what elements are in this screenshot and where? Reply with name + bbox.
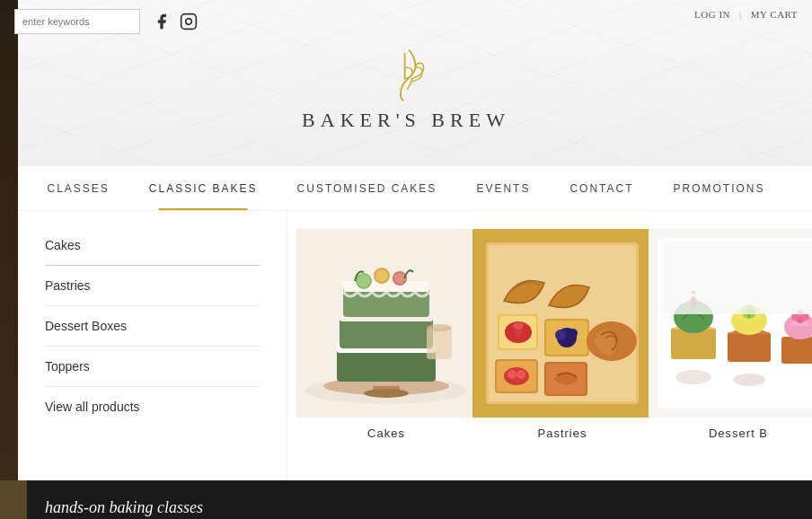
- product-card-pastries[interactable]: Pastries: [481, 229, 643, 462]
- product-image-dessert: [649, 229, 812, 418]
- nav-item-events[interactable]: EVENTS: [456, 166, 550, 210]
- nav-item-promotions[interactable]: PROMOTIONS: [654, 166, 785, 210]
- svg-rect-47: [728, 332, 771, 362]
- svg-point-29: [513, 322, 524, 330]
- svg-point-33: [555, 330, 566, 340]
- product-label-dessert: Dessert B: [709, 427, 768, 440]
- svg-point-16: [375, 269, 388, 282]
- social-icons: [153, 13, 198, 31]
- header-left: [14, 9, 198, 34]
- sidebar: Cakes Pastries Dessert Boxes Toppers Vie…: [18, 211, 287, 480]
- product-label-pastries: Pastries: [538, 427, 587, 440]
- svg-point-14: [357, 275, 370, 287]
- svg-rect-2: [181, 14, 197, 30]
- svg-point-34: [569, 329, 578, 338]
- bottom-banner: hands-on baking classes: [0, 480, 812, 519]
- logo-area: BAKER'S BREW: [302, 44, 510, 132]
- product-card-cakes[interactable]: Cakes: [305, 229, 467, 462]
- logo-text: BAKER'S BREW: [302, 109, 510, 132]
- logo-whisk-icon: [379, 44, 433, 107]
- svg-rect-50: [781, 337, 812, 364]
- search-box[interactable]: [14, 9, 140, 34]
- product-image-cakes: [296, 229, 476, 418]
- bottom-banner-text: hands-on baking classes: [27, 498, 203, 517]
- left-edge-strip: [0, 0, 18, 519]
- svg-point-39: [508, 370, 516, 379]
- nav-item-classes[interactable]: CLASSES: [27, 166, 128, 210]
- sidebar-item-toppers[interactable]: Toppers: [45, 347, 260, 387]
- svg-point-38: [504, 367, 529, 385]
- svg-point-20: [364, 389, 409, 398]
- nav-item-customised-cakes[interactable]: CUSTOMISED CAKES: [278, 166, 457, 210]
- nav-item-classic-bakes[interactable]: CLASSIC BAKES: [129, 166, 278, 210]
- svg-rect-21: [427, 328, 452, 359]
- svg-point-58: [733, 374, 765, 386]
- product-image-pastries: [472, 229, 652, 418]
- navigation: CLASSES CLASSIC BAKES CUSTOMISED CAKES E…: [0, 166, 812, 211]
- nav-item-contact[interactable]: CONTACT: [550, 166, 653, 210]
- header-divider: |: [739, 9, 742, 20]
- sidebar-item-cakes[interactable]: Cakes: [45, 238, 260, 266]
- instagram-icon[interactable]: [180, 13, 198, 31]
- cart-link[interactable]: MY CART: [751, 9, 798, 20]
- header: LOG IN | MY CART BAKER'S BREW: [0, 0, 812, 166]
- svg-point-57: [675, 370, 711, 384]
- sidebar-item-pastries[interactable]: Pastries: [45, 266, 260, 306]
- svg-point-22: [427, 324, 452, 331]
- sidebar-item-view-all[interactable]: View all products: [45, 387, 260, 427]
- login-link[interactable]: LOG IN: [694, 9, 730, 20]
- svg-point-40: [516, 370, 525, 379]
- svg-rect-56: [662, 242, 812, 314]
- product-card-dessert[interactable]: Dessert B: [658, 229, 812, 462]
- sidebar-item-dessert-boxes[interactable]: Dessert Boxes: [45, 306, 260, 347]
- product-grid: Cakes: [287, 211, 812, 480]
- content-area: Cakes Pastries Dessert Boxes Toppers Vie…: [0, 211, 812, 480]
- search-input[interactable]: [22, 16, 146, 27]
- facebook-icon[interactable]: [153, 13, 171, 31]
- svg-point-18: [394, 273, 405, 284]
- product-label-cakes: Cakes: [367, 427, 405, 440]
- header-top: LOG IN | MY CART: [694, 9, 798, 20]
